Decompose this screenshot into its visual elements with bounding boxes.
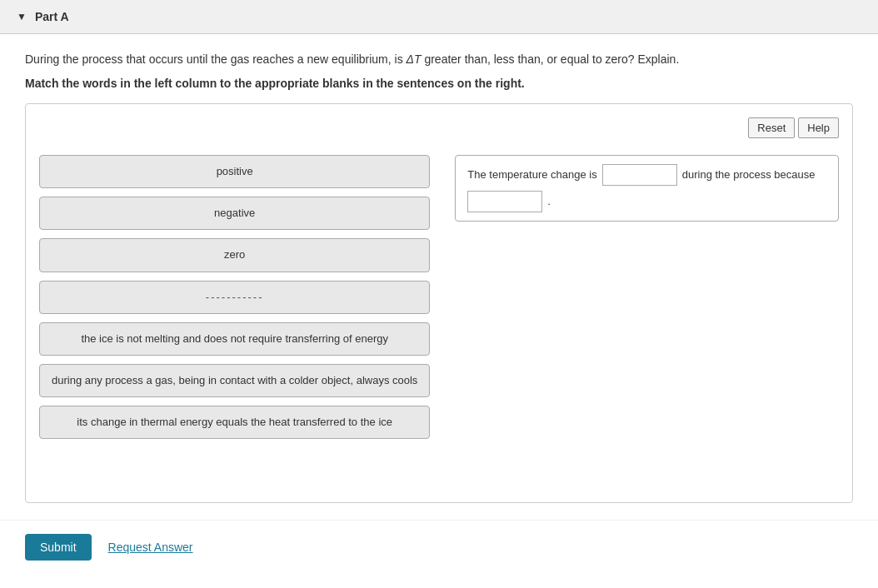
top-right-buttons: Reset Help: [39, 117, 839, 138]
sentence-container: The temperature change is during the pro…: [455, 155, 839, 222]
footer-area: Submit Request Answer: [0, 520, 878, 574]
right-column: The temperature change is during the pro…: [455, 155, 839, 222]
blank-1[interactable]: [602, 164, 677, 186]
left-column: positive negative zero ----------- the i…: [39, 155, 430, 439]
reset-button[interactable]: Reset: [748, 117, 795, 138]
blank-2[interactable]: [467, 191, 542, 212]
word-gas-cools[interactable]: during any process a gas, being in conta…: [39, 364, 430, 397]
word-thermal-energy[interactable]: its change in thermal energy equals the …: [39, 406, 430, 439]
sentence-end: .: [547, 193, 551, 211]
request-answer-link[interactable]: Request Answer: [108, 541, 193, 554]
word-dashes[interactable]: -----------: [39, 281, 430, 314]
match-body: positive negative zero ----------- the i…: [39, 155, 839, 439]
part-header: ▼ Part A: [0, 0, 878, 34]
content-area: During the process that occurs until the…: [0, 34, 878, 520]
help-button[interactable]: Help: [798, 117, 839, 138]
submit-button[interactable]: Submit: [25, 534, 92, 561]
instruction-text: Match the words in the left column to th…: [25, 77, 853, 90]
chevron-icon[interactable]: ▼: [17, 11, 27, 22]
word-positive[interactable]: positive: [39, 155, 430, 188]
word-zero[interactable]: zero: [39, 238, 430, 272]
question-text: During the process that occurs until the…: [25, 51, 853, 68]
page-wrapper: ▼ Part A During the process that occurs …: [0, 0, 878, 588]
word-ice-not-melting[interactable]: the ice is not melting and does not requ…: [39, 322, 430, 356]
part-title: Part A: [35, 10, 69, 23]
match-container: Reset Help positive negative zero ------…: [25, 103, 853, 503]
sentence-part2: during the process because: [682, 167, 816, 184]
delta-t-symbol: ΔT: [407, 52, 422, 66]
question-text-part1: During the process that occurs until the…: [25, 52, 407, 66]
word-negative[interactable]: negative: [39, 197, 430, 230]
question-text-part2: greater than, less than, or equal to zer…: [422, 52, 680, 66]
sentence-part1: The temperature change is: [467, 167, 596, 184]
